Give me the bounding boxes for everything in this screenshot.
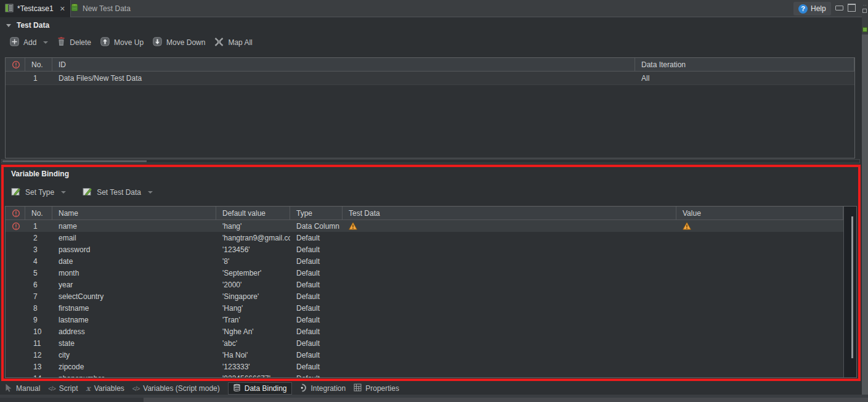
variable-binding-row[interactable]: 10address'Nghe An'Default <box>6 326 856 337</box>
tab-data-binding[interactable]: Data Binding <box>228 382 292 395</box>
row-type: Default <box>290 279 343 290</box>
variable-binding-row[interactable]: 13zipcode'123333'Default <box>6 361 856 372</box>
row-default-value: '8' <box>216 255 290 267</box>
row-type: Default <box>290 244 343 255</box>
tab-variables[interactable]: x Variables <box>86 382 124 395</box>
row-name: email <box>52 232 216 244</box>
tab-new-test-data[interactable]: New Test Data <box>65 0 136 17</box>
row-value <box>676 337 843 349</box>
tab-label: Variables <box>94 384 124 393</box>
maximize-icon[interactable] <box>848 4 856 12</box>
variable-binding-row[interactable]: 14phonenumber'02345666677'Default <box>6 372 856 377</box>
row-type: Default <box>290 372 343 377</box>
variable-x-icon: x <box>86 384 91 393</box>
row-test-data <box>343 361 676 372</box>
row-name: state <box>52 337 216 349</box>
variable-binding-row[interactable]: 5month'September'Default <box>6 267 856 279</box>
row-no: 14 <box>25 372 52 377</box>
row-name: date <box>52 255 216 267</box>
right-view-rail[interactable]: .. <box>862 0 868 395</box>
column-header-id[interactable]: ID <box>52 58 635 71</box>
rail-database-icon[interactable] <box>862 27 867 32</box>
scrollbar-thumb[interactable] <box>2 160 147 162</box>
row-default-value: 'abc' <box>216 337 290 349</box>
row-name: address <box>52 326 216 337</box>
add-button[interactable]: Add <box>10 37 36 48</box>
variable-binding-row[interactable]: 2email'hangtran9@gmail.com'Default <box>6 232 856 244</box>
rail-panel-icon[interactable] <box>862 9 867 13</box>
row-no: 9 <box>25 314 52 326</box>
scrollbar-thumb[interactable] <box>851 216 853 358</box>
row-type: Default <box>290 290 343 302</box>
test-data-section-header[interactable]: Test Data <box>6 21 49 30</box>
column-header-default-value[interactable]: Default value <box>216 207 290 219</box>
move-up-button[interactable]: Move Up <box>100 37 144 48</box>
tab-script[interactable]: </> Script <box>48 382 78 395</box>
minimize-icon[interactable] <box>835 6 843 10</box>
help-button[interactable]: ? Help <box>793 2 831 15</box>
column-header-name[interactable]: Name <box>52 207 216 219</box>
button-label: Move Up <box>114 38 144 47</box>
row-test-data <box>343 302 676 314</box>
set-type-dropdown-caret-icon[interactable] <box>61 191 66 194</box>
variable-binding-row[interactable]: 4date'8'Default <box>6 255 856 267</box>
row-name: firstname <box>52 302 216 314</box>
row-name: name <box>52 220 216 232</box>
variable-binding-row[interactable]: 8firstname'Hang'Default <box>6 302 856 314</box>
section-title: Variable Binding <box>11 170 69 178</box>
variable-binding-row[interactable]: 3password'123456'Default <box>6 244 856 255</box>
row-name: city <box>52 349 216 361</box>
view-tab-bar: Manual </> Script x Variables </> Variab… <box>0 382 862 395</box>
tab-integration[interactable]: Integration <box>300 382 346 395</box>
map-all-button[interactable]: Map All <box>214 38 252 48</box>
row-default-value: 'Tran' <box>216 314 290 326</box>
close-icon[interactable]: ✕ <box>60 5 65 13</box>
variable-binding-row[interactable]: 11state'abc'Default <box>6 337 856 349</box>
set-test-data-dropdown-caret-icon[interactable] <box>148 191 153 194</box>
tab-manual[interactable]: Manual <box>5 382 40 395</box>
help-icon: ? <box>798 4 808 14</box>
row-value <box>676 349 843 361</box>
variable-binding-row[interactable]: 12city'Ha Noi'Default <box>6 349 856 361</box>
column-header-no[interactable]: No. <box>25 207 52 219</box>
column-header-type[interactable]: Type <box>290 207 343 219</box>
variable-binding-toolbar: Set Type Set Test Data <box>11 187 153 198</box>
row-no: 8 <box>25 302 52 314</box>
variable-binding-row[interactable]: 7selectCountry'Singapore'Default <box>6 290 856 302</box>
row-no: 6 <box>25 279 52 290</box>
tab-variables-script-mode[interactable]: </> Variables (Script mode) <box>132 382 220 395</box>
tab-testcase1[interactable]: *Testcase1 ✕ <box>0 0 71 17</box>
delete-button[interactable]: Delete <box>57 37 91 48</box>
help-label: Help <box>811 4 826 13</box>
error-column-header[interactable] <box>6 207 25 219</box>
variable-binding-row[interactable]: 1name'hang'Data Column <box>6 220 856 232</box>
error-icon <box>12 209 20 218</box>
tab-properties[interactable]: Properties <box>354 382 399 395</box>
column-header-no[interactable]: No. <box>25 58 52 71</box>
test-data-row[interactable]: 1Data Files/New Test DataAll <box>6 72 854 85</box>
column-header-data-iteration[interactable]: Data Iteration <box>635 58 854 71</box>
row-default-value: '123456' <box>216 244 290 255</box>
set-test-data-button[interactable]: Set Test Data <box>83 187 141 198</box>
add-dropdown-caret-icon[interactable] <box>43 41 48 44</box>
row-test-data <box>343 232 676 244</box>
move-down-button[interactable]: Move Down <box>153 37 205 48</box>
row-no: 1 <box>25 72 52 84</box>
row-error-cell <box>6 232 25 244</box>
horizontal-scrollbar[interactable] <box>1 159 860 163</box>
collapse-caret-icon[interactable] <box>6 24 11 27</box>
vertical-scrollbar[interactable] <box>843 207 857 377</box>
row-value <box>676 244 843 255</box>
error-icon <box>12 60 20 69</box>
rail-grip-icon: .. <box>863 1 867 7</box>
column-header-test-data[interactable]: Test Data <box>343 207 676 219</box>
variable-table-header: No. Name Default value Type Test Data Va… <box>6 207 856 220</box>
column-header-value[interactable]: Value <box>676 207 843 219</box>
row-type: Default <box>290 361 343 372</box>
error-column-header[interactable] <box>6 58 25 71</box>
row-no: 3 <box>25 244 52 255</box>
row-value <box>676 255 843 267</box>
set-type-button[interactable]: Set Type <box>11 187 54 198</box>
variable-binding-row[interactable]: 9lastname'Tran'Default <box>6 314 856 326</box>
variable-binding-row[interactable]: 6year'2000'Default <box>6 279 856 290</box>
